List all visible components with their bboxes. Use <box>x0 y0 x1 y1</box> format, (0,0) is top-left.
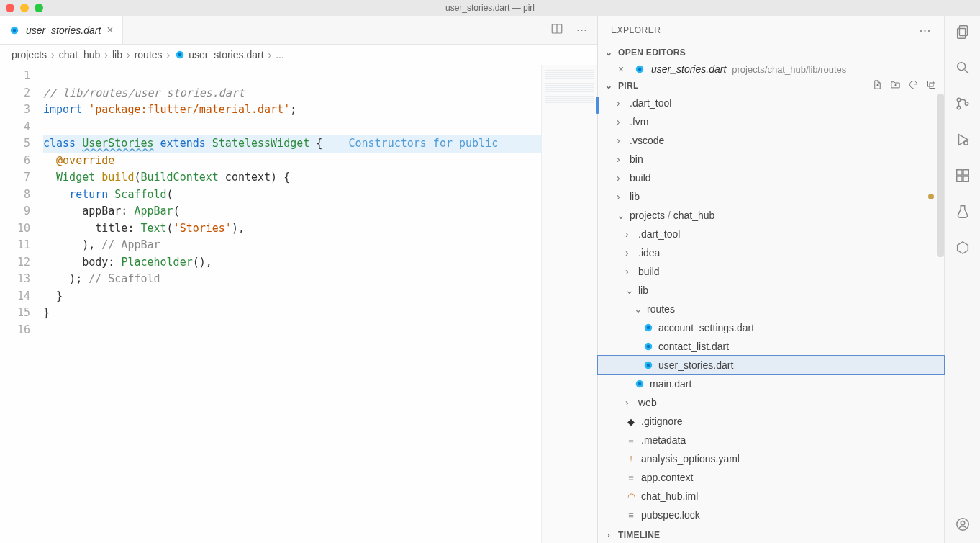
code-line[interactable]: @override <box>43 153 541 170</box>
breadcrumb-segment[interactable]: routes <box>135 49 163 60</box>
editor-body[interactable]: 12345678910111213141516 // lib/routes/us… <box>0 65 597 543</box>
tree-folder[interactable]: ⌄routes <box>598 300 944 318</box>
open-editors-header[interactable]: ⌄ OPEN EDITORS <box>598 45 944 60</box>
code-line[interactable]: import 'package:flutter/material.dart'; <box>43 102 541 119</box>
copy-icon[interactable] <box>954 23 971 40</box>
breadcrumb-segment[interactable]: user_stories.dart <box>174 49 263 60</box>
code-line[interactable]: body: Placeholder(), <box>43 254 541 272</box>
line-number: 5 <box>0 135 43 153</box>
breadcrumb-separator: › <box>51 49 55 60</box>
code-line[interactable]: return Scaffold( <box>43 187 541 204</box>
code-area[interactable]: // lib/routes/user_stories.dartimport 'p… <box>43 65 541 543</box>
code-line[interactable]: appBar: AppBar( <box>43 203 541 220</box>
tree-folder[interactable]: ›.dart_tool <box>598 225 944 243</box>
breadcrumb-segment[interactable]: lib <box>112 49 122 60</box>
tree-label: .idea <box>638 247 660 259</box>
tree-label: user_stories.dart <box>658 359 733 371</box>
workspace-header[interactable]: ⌄ PIRL <box>598 78 944 94</box>
tree-file[interactable]: ◠chat_hub.iml <box>598 487 944 506</box>
line-number: 16 <box>0 322 43 339</box>
git-icon: ◆ <box>625 416 637 427</box>
open-editor-item[interactable]: ×user_stories.dartprojects/chat_hub/lib/… <box>598 60 944 78</box>
tree-scroll-indicator <box>596 97 599 114</box>
tree-file[interactable]: ≡.metadata <box>598 431 944 449</box>
tree-folder[interactable]: ›web <box>598 393 944 412</box>
tree-folder[interactable]: ›lib <box>598 187 944 206</box>
tree-folder[interactable]: ⌄lib <box>598 281 944 300</box>
line-number-gutter: 12345678910111213141516 <box>0 65 43 543</box>
svg-point-30 <box>963 141 968 145</box>
line-number: 10 <box>0 220 43 238</box>
svg-point-27 <box>957 106 961 109</box>
refresh-icon[interactable] <box>908 79 919 92</box>
tree-folder[interactable]: ›bin <box>598 150 944 169</box>
tree-folder[interactable]: ›.dart_tool <box>598 94 944 112</box>
code-line[interactable]: // lib/routes/user_stories.dart <box>43 85 541 102</box>
tree-label: build <box>638 266 660 277</box>
tree-file[interactable]: main.dart <box>598 374 944 393</box>
code-line[interactable]: Widget build(BuildContext context) { <box>43 169 541 187</box>
new-file-icon[interactable] <box>872 79 883 92</box>
tree-file[interactable]: user_stories.dart <box>598 356 944 374</box>
tab-user-stories[interactable]: user_stories.dart × <box>0 16 123 44</box>
search-icon[interactable] <box>954 59 971 76</box>
tree-file[interactable]: contact_list.dart <box>598 337 944 356</box>
tree-folder[interactable]: ›build <box>598 262 944 281</box>
timeline-header[interactable]: › TIMELINE <box>598 527 944 543</box>
breadcrumb[interactable]: projects›chat_hub›lib›routes›user_storie… <box>0 45 597 65</box>
code-line[interactable]: ); // Scaffold <box>43 271 541 288</box>
maximize-window-button[interactable] <box>35 4 43 12</box>
breadcrumb-segment[interactable]: ... <box>276 49 284 60</box>
chevron-right-icon: › <box>625 397 634 408</box>
tree-label: lib <box>630 191 640 202</box>
chevron-right-icon: › <box>617 172 625 184</box>
tree-folder[interactable]: ›build <box>598 169 944 187</box>
chevron-right-icon: › <box>625 266 634 277</box>
code-line[interactable]: ), // AppBar <box>43 237 541 254</box>
close-window-button[interactable] <box>6 4 14 12</box>
account-icon[interactable] <box>954 516 971 533</box>
tree-label: analysis_options.yaml <box>641 453 740 465</box>
source-control-icon[interactable] <box>954 95 971 112</box>
tree-scrollbar[interactable] <box>937 94 944 257</box>
run-debug-icon[interactable] <box>954 131 971 148</box>
code-line[interactable]: title: Text('Stories'), <box>43 220 541 238</box>
explorer-more-icon[interactable]: ··· <box>919 23 931 38</box>
close-editor-icon[interactable]: × <box>618 63 628 75</box>
breadcrumb-segment[interactable]: chat_hub <box>59 49 101 60</box>
tree-file[interactable]: ◆.gitignore <box>598 412 944 431</box>
code-line[interactable]: } <box>43 305 541 322</box>
tree-file[interactable]: ≡app.context <box>598 468 944 487</box>
minimize-window-button[interactable] <box>20 4 29 12</box>
open-editors-label: OPEN EDITORS <box>618 48 686 58</box>
new-folder-icon[interactable] <box>890 79 901 92</box>
close-tab-icon[interactable]: × <box>106 24 113 37</box>
tree-file[interactable]: !analysis_options.yaml <box>598 449 944 468</box>
collapse-all-icon[interactable] <box>926 79 937 92</box>
code-line[interactable]: } <box>43 288 541 305</box>
code-line[interactable]: class UserStories extends StatelessWidge… <box>43 135 541 153</box>
breadcrumb-segment[interactable]: projects <box>12 49 47 60</box>
timeline-label: TIMELINE <box>618 530 660 540</box>
tree-folder[interactable]: ›.vscode <box>598 131 944 150</box>
tree-folder[interactable]: ›.fvm <box>598 112 944 131</box>
split-editor-icon[interactable] <box>550 22 563 38</box>
svg-marker-29 <box>958 135 968 145</box>
tree-folder[interactable]: ›.idea <box>598 243 944 262</box>
chevron-down-icon: ⌄ <box>617 210 625 221</box>
code-line[interactable] <box>43 322 541 339</box>
tree-label: routes <box>647 303 675 315</box>
hexagon-icon[interactable] <box>954 239 971 256</box>
minimap[interactable] <box>541 65 597 543</box>
more-actions-icon[interactable]: ··· <box>576 22 587 38</box>
rss-icon: ◠ <box>625 491 637 502</box>
svg-line-25 <box>964 70 968 74</box>
open-editor-path: projects/chat_hub/lib/routes <box>732 64 846 75</box>
tree-file[interactable]: account_settings.dart <box>598 318 944 337</box>
tree-folder[interactable]: ⌄projects / chat_hub <box>598 206 944 225</box>
code-line[interactable] <box>43 119 541 136</box>
code-line[interactable] <box>43 68 541 85</box>
testing-icon[interactable] <box>954 203 971 220</box>
extensions-icon[interactable] <box>954 167 971 184</box>
tree-file[interactable]: ≡pubspec.lock <box>598 506 944 524</box>
